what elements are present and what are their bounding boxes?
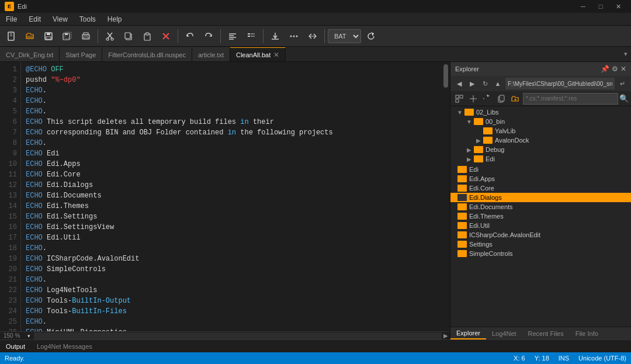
menu-view[interactable]: View: [47, 13, 74, 25]
tree-item-02libs[interactable]: ▼ 02_Libs: [453, 108, 629, 117]
tree-item-label: Edi.Themes: [469, 213, 504, 220]
explorer-tab[interactable]: Explorer: [450, 327, 486, 339]
tree-item-icsharpcode[interactable]: ICSharpCode.AvalonEdit: [450, 230, 631, 240]
settings-icon[interactable]: ⚙: [612, 65, 618, 73]
file-info-tab[interactable]: File Info: [570, 327, 604, 339]
format-button[interactable]: [242, 28, 260, 44]
collapse-all-button[interactable]: [453, 92, 466, 105]
tree-item-label: Edi.Documents: [469, 203, 513, 210]
tree-item-00bin[interactable]: ▼ 00_bin: [453, 117, 629, 126]
tree-item-edi-util[interactable]: Edi.Util: [450, 221, 631, 230]
filter-input[interactable]: [523, 93, 618, 105]
delete-button[interactable]: [157, 28, 175, 44]
insert-button[interactable]: [266, 28, 284, 44]
svg-rect-20: [145, 33, 149, 35]
refresh-button[interactable]: [362, 28, 380, 44]
tree-item-edi-documents[interactable]: Edi.Documents: [450, 202, 631, 212]
back-button[interactable]: ◀: [454, 78, 464, 89]
horizontal-scrollbar[interactable]: [34, 332, 442, 339]
save-all-button[interactable]: [58, 28, 76, 44]
svg-point-33: [293, 35, 295, 37]
tab-cv[interactable]: CV_Dirk_Eng.txt: [0, 47, 60, 61]
close-panel-icon[interactable]: ✕: [620, 65, 626, 73]
tree-item-label: AvalonDock: [495, 137, 529, 144]
statusbar: Ready. X: 6 Y: 18 INS Unicode (UTF-8): [0, 352, 631, 364]
h-scroll-right-arrow[interactable]: ▶: [442, 332, 450, 339]
refresh-path-button[interactable]: ↻: [480, 78, 490, 89]
tab-close-icon[interactable]: ✕: [273, 51, 279, 59]
code-area[interactable]: @ECHO OFF pushd "%~dp0" ECHO. ECHO. ECHO…: [21, 62, 442, 331]
tree-item-edi-apps[interactable]: Edi.Apps: [450, 174, 631, 183]
folder-icon: [457, 213, 467, 220]
tree-item-settings[interactable]: Settings: [450, 240, 631, 249]
log4net-tab[interactable]: Log4Net: [486, 327, 522, 339]
expand-all-button[interactable]: [467, 92, 480, 105]
code-line-4: ECHO.: [26, 96, 437, 106]
tab-start[interactable]: Start Page: [60, 47, 102, 61]
editor-bottom: 150 % ▾ ▶: [0, 331, 450, 339]
folder-icon: [457, 166, 467, 173]
tab-cleanall[interactable]: CleanAll.bat ✕: [230, 47, 286, 61]
folder-icon: [457, 175, 467, 182]
tree-item-edi-themes[interactable]: Edi.Themes: [450, 212, 631, 221]
tab-label: article.txt: [198, 51, 224, 58]
menu-file[interactable]: File: [0, 13, 23, 25]
close-button[interactable]: ✕: [610, 1, 626, 12]
tree-item-edi[interactable]: Edi: [450, 165, 631, 174]
pin-icon[interactable]: 📌: [601, 65, 609, 73]
zoom-dropdown-arrow[interactable]: ▾: [23, 332, 34, 340]
tree-item-label: Edi.Dialogs: [469, 194, 502, 201]
save-button[interactable]: [40, 28, 57, 44]
undo-button[interactable]: [181, 28, 199, 44]
output-tab[interactable]: Output: [0, 340, 31, 352]
new-file-button[interactable]: [2, 28, 20, 44]
editor-scrollbar[interactable]: [442, 62, 450, 331]
path-input[interactable]: [505, 78, 615, 89]
menu-tools[interactable]: Tools: [74, 13, 102, 25]
paste-button[interactable]: [138, 28, 156, 44]
up-button[interactable]: ▲: [493, 78, 503, 89]
svg-rect-6: [46, 37, 51, 39]
tree-item-edi-dialogs[interactable]: Edi.Dialogs: [450, 193, 631, 202]
cut-button[interactable]: [101, 28, 119, 44]
language-dropdown[interactable]: BAT C# XML Text: [328, 29, 361, 43]
svg-rect-37: [460, 95, 463, 98]
app-icon: E: [5, 2, 14, 11]
tabs-bar: CV_Dirk_Eng.txt Start Page FilterControl…: [0, 47, 631, 62]
log4net-messages-tab[interactable]: Log4Net Messages: [31, 340, 98, 352]
tree-item-edi-core[interactable]: Edi.Core: [450, 183, 631, 193]
recent-files-tab[interactable]: Recent Files: [522, 327, 570, 339]
print-button[interactable]: [77, 28, 95, 44]
minimize-button[interactable]: ─: [575, 1, 591, 12]
copy-button[interactable]: [120, 28, 137, 44]
cursor-y: Y: 18: [535, 355, 549, 362]
dots-button[interactable]: [285, 28, 303, 44]
maximize-button[interactable]: □: [592, 1, 609, 12]
status-message: Ready.: [5, 355, 25, 362]
folder-icon: [457, 231, 467, 238]
align-left-button[interactable]: [224, 28, 241, 44]
forward-button[interactable]: ▶: [467, 78, 477, 89]
svg-rect-12: [84, 37, 88, 39]
tab-filter[interactable]: FilterControlsLib.dll.nuspec: [102, 47, 192, 61]
new-folder-button[interactable]: [509, 92, 522, 105]
go-button[interactable]: ↵: [617, 78, 627, 89]
open-button[interactable]: [21, 28, 39, 44]
tab-article[interactable]: article.txt: [192, 47, 230, 61]
tabs-dropdown-arrow[interactable]: ▾: [620, 50, 631, 58]
copy-path-button[interactable]: [495, 92, 508, 105]
tree-item-label: SimpleControls: [469, 250, 513, 257]
tree-item-debug[interactable]: ▶ Debug: [453, 145, 629, 154]
redo-button[interactable]: [200, 28, 217, 44]
menu-edit[interactable]: Edit: [23, 13, 47, 25]
tree-item-yalvlib[interactable]: YalvLib: [453, 126, 629, 136]
menu-help[interactable]: Help: [102, 13, 128, 25]
search-icon[interactable]: 🔍: [619, 94, 629, 103]
sync-button[interactable]: [481, 92, 494, 105]
tree-item-edi-tree[interactable]: ▶ Edi: [453, 154, 629, 164]
tree-item-avalondock[interactable]: ▶ AvalonDock: [453, 136, 629, 145]
code-line-12: ECHO Edi.Dialogs: [26, 180, 437, 190]
tree-item-simplecontrols[interactable]: SimpleControls: [450, 249, 631, 258]
editor-scroll-thumb[interactable]: [443, 64, 448, 88]
arrows-button[interactable]: [304, 28, 321, 44]
